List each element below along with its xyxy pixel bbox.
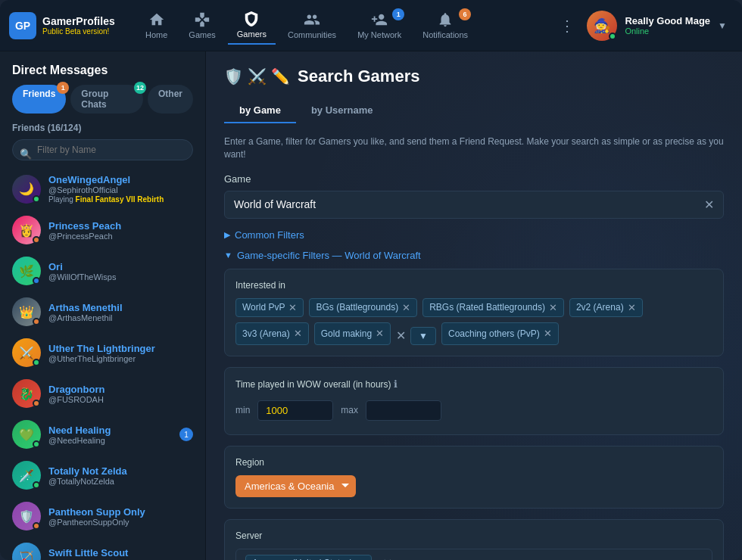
common-filters-section: ▶ Common Filters	[224, 229, 724, 241]
friend-handle: @ArthasMenethil	[48, 313, 193, 322]
tag-gold-making-remove[interactable]: ✕	[376, 328, 384, 339]
tab-by-username[interactable]: by Username	[296, 98, 388, 123]
tag-2v2-remove[interactable]: ✕	[628, 302, 636, 313]
friend-avatar: ⚔️	[12, 338, 41, 367]
time-filter-row: min max	[235, 397, 712, 424]
server-input-wrap: Aegwynn (United States) ✕ ✕ ▼	[235, 549, 712, 560]
region-label: Region	[235, 457, 712, 468]
tags-area: World PvP ✕ BGs (Battlegrounds) ✕ RBGs (…	[235, 298, 712, 345]
user-status: Online	[625, 26, 710, 36]
search-hint: Enter a Game, filter for Gamers you like…	[224, 135, 724, 161]
friend-item[interactable]: ⚔️ Uther The Lightbringer @UtherTheLight…	[6, 332, 199, 373]
friend-item[interactable]: 👸 Princess Peach @PrincessPeach	[6, 210, 199, 250]
common-filters-header[interactable]: ▶ Common Filters	[224, 229, 724, 241]
friends-count: Friends (16/124)	[0, 123, 205, 139]
user-name: Really Good Mage	[625, 15, 710, 26]
server-label: Server	[235, 530, 712, 541]
nav-item-notifications[interactable]: 6 Notifications	[413, 7, 477, 44]
friend-item[interactable]: 🌿 Ori @WillOfTheWisps	[6, 250, 199, 291]
info-icon[interactable]: ℹ	[394, 378, 398, 390]
user-online-indicator	[609, 33, 616, 40]
tag-world-pvp-remove[interactable]: ✕	[288, 302, 297, 313]
tab-other[interactable]: Other	[148, 85, 193, 114]
app-logo[interactable]: GP GamerProfiles Public Beta version!	[9, 12, 123, 39]
nav-item-games[interactable]: Games	[179, 7, 224, 44]
time-played-box: Time played in WOW overall (in hours) ℹ …	[224, 367, 724, 435]
search-title: Search Gamers	[298, 67, 419, 86]
friend-avatar: 🏹	[12, 543, 41, 560]
filter-input[interactable]	[12, 139, 193, 160]
nav-item-home[interactable]: Home	[136, 7, 176, 44]
friend-status-dot	[33, 359, 40, 366]
logo-box: GP	[9, 12, 36, 39]
friend-handle: @WillOfTheWisps	[48, 272, 193, 282]
nav-more-button[interactable]: ⋮	[553, 11, 581, 41]
unread-badge: 1	[179, 428, 193, 441]
game-clear-button[interactable]: ✕	[704, 198, 714, 212]
app-subtitle: Public Beta version!	[42, 27, 115, 36]
tag-coaching: Coaching others (PvP) ✕	[441, 322, 559, 345]
friend-item[interactable]: 🐉 Dragonborn @FUSRODAH	[6, 373, 199, 414]
nav-item-communities[interactable]: Communities	[279, 7, 345, 44]
friend-avatar: 🗡️	[12, 461, 41, 490]
game-specific-filters-header[interactable]: ▼ Game-specific Filters — World of Warcr…	[224, 250, 724, 261]
friend-handle: @UtherTheLightbringer	[48, 354, 193, 363]
friend-name: Ori	[48, 261, 193, 272]
tag-add-row: ✕ ▼	[396, 327, 436, 345]
friends-badge: 1	[57, 82, 69, 94]
friend-status-dot	[33, 481, 40, 489]
tab-friends[interactable]: 1 Friends	[12, 85, 66, 114]
pen-icon: ✏️	[271, 67, 290, 86]
tag-3v3-remove[interactable]: ✕	[294, 328, 302, 339]
friend-avatar: 👸	[12, 216, 41, 244]
friend-name: Swift Little Scout	[48, 547, 193, 558]
game-input-value: World of Warcraft	[234, 198, 704, 210]
region-select[interactable]: Americas & Oceania Europe Asia Pacific	[235, 475, 356, 497]
tag-dropdown-button[interactable]: ▼	[410, 327, 436, 345]
tag-coaching-remove[interactable]: ✕	[544, 328, 552, 339]
time-max-input[interactable]	[366, 400, 441, 421]
friend-item[interactable]: 🏹 Swift Little Scout @SwiftLittleScout	[6, 537, 199, 560]
time-min-input[interactable]	[257, 400, 333, 421]
friend-name: Totally Not Zelda	[48, 465, 193, 477]
sidebar: Direct Messages 1 Friends 12 Group Chats…	[0, 51, 206, 560]
tag-rbgs-remove[interactable]: ✕	[549, 302, 557, 313]
friend-status-dot	[33, 522, 40, 530]
server-box: Server Aegwynn (United States) ✕ ✕ ▼	[224, 519, 724, 560]
interested-in-label: Interested in	[235, 280, 712, 291]
tab-group-chats[interactable]: 12 Group Chats	[70, 85, 143, 114]
friend-name: OneWingedAngel	[48, 174, 193, 185]
friend-item[interactable]: 💚 Need Healing @NeedHealing 1	[6, 414, 199, 455]
friend-handle: @PantheonSuppOnly	[48, 518, 193, 527]
tag-rbgs: RBGs (Rated Battlegrounds) ✕	[422, 298, 564, 317]
user-profile-button[interactable]: 🧙 Really Good Mage Online ▼	[581, 8, 733, 44]
tag-area-clear[interactable]: ✕	[396, 328, 406, 343]
friend-name: Dragonborn	[48, 384, 193, 395]
tag-world-pvp: World PvP ✕	[235, 298, 304, 317]
friend-status-dot	[33, 195, 40, 203]
server-dropdown-button[interactable]: ▼	[692, 557, 703, 560]
tab-by-game[interactable]: by Game	[224, 98, 296, 123]
shield-icon: 🛡️	[224, 67, 243, 86]
server-clear-button[interactable]: ✕	[382, 556, 392, 560]
nav-item-gamers[interactable]: Gamers	[228, 6, 276, 45]
friend-item[interactable]: 🛡️ Pantheon Supp Only @PantheonSuppOnly	[6, 496, 199, 537]
friend-avatar: 🐉	[12, 379, 41, 408]
nav-item-network[interactable]: 1 My Network	[348, 7, 410, 44]
group-chats-badge: 12	[134, 82, 146, 94]
friend-handle: @TotallyNotZelda	[48, 477, 193, 486]
game-input-wrap[interactable]: World of Warcraft ✕	[224, 191, 724, 219]
tag-2v2: 2v2 (Arena) ✕	[569, 298, 643, 317]
friend-item[interactable]: 👑 Arthas Menethil @ArthasMenethil	[6, 291, 199, 332]
user-dropdown-icon: ▼	[718, 20, 727, 31]
friend-item[interactable]: 🗡️ Totally Not Zelda @TotallyNotZelda	[6, 455, 199, 496]
chevron-down-icon: ▼	[224, 250, 232, 260]
app-title: GamerProfiles	[42, 15, 115, 27]
friend-item[interactable]: 🌙 OneWingedAngel @SephirothOfficial Play…	[6, 168, 199, 210]
tag-bgs-remove[interactable]: ✕	[402, 302, 410, 313]
search-header: 🛡️ ⚔️ ✏️ Search Gamers	[224, 67, 724, 86]
region-box: Region Americas & Oceania Europe Asia Pa…	[224, 446, 724, 509]
server-tag-remove[interactable]: ✕	[357, 558, 365, 560]
sidebar-title: Direct Messages	[0, 51, 205, 85]
sidebar-tabs: 1 Friends 12 Group Chats Other	[0, 85, 205, 123]
